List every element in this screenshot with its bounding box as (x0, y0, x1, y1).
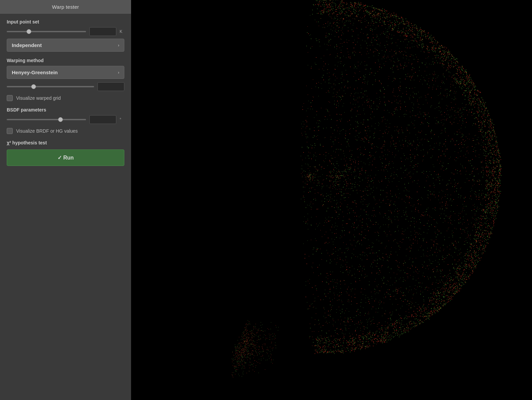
scatter-canvas (131, 0, 532, 400)
left-panel: Warp tester Input point set 4.10 K Indep… (0, 0, 131, 400)
input-point-set-label: Input point set (7, 19, 124, 25)
panel-title: Warp tester (0, 0, 131, 14)
bsdf-slider-row: 67.1 ° (7, 115, 124, 124)
input-point-set-section: Input point set 4.10 K Independent › (7, 19, 124, 52)
visualize-warped-grid-row: Visualize warped grid (7, 95, 124, 101)
warping-method-thumb[interactable] (31, 84, 36, 89)
input-point-set-dropdown-label: Independent (12, 42, 42, 48)
bsdf-parameters-section: BSDF parameters 67.1 ° Visualize BRDF or… (7, 107, 124, 134)
warping-method-value[interactable]: 0.3 (97, 82, 124, 91)
input-point-set-slider-row: 4.10 K (7, 27, 124, 36)
warping-method-dropdown[interactable]: Henyey-Greenstein › (7, 66, 124, 79)
bsdf-thumb[interactable] (58, 117, 63, 122)
input-point-set-track[interactable] (7, 31, 86, 32)
run-button[interactable]: ✓ Run (7, 149, 124, 166)
visualize-brdf-label: Visualize BRDF or HG values (16, 128, 78, 134)
visualize-brdf-row: Visualize BRDF or HG values (7, 128, 124, 134)
input-point-set-value[interactable]: 4.10 (89, 27, 116, 36)
input-point-set-unit: K (120, 29, 124, 34)
warping-method-track[interactable] (7, 86, 94, 87)
scatter-plot-area (131, 0, 532, 400)
chi2-section: χ² hypothesis test ✓ Run (7, 140, 124, 166)
warping-method-chevron: › (118, 70, 119, 75)
visualize-warped-grid-checkbox[interactable] (7, 95, 13, 101)
input-point-set-dropdown[interactable]: Independent › (7, 39, 124, 52)
bsdf-track[interactable] (7, 119, 86, 120)
visualize-brdf-checkbox[interactable] (7, 128, 13, 134)
warping-method-dropdown-label: Henyey-Greenstein (12, 70, 58, 75)
bsdf-parameters-label: BSDF parameters (7, 107, 124, 113)
warping-method-label: Warping method (7, 58, 124, 63)
visualize-warped-grid-label: Visualize warped grid (16, 95, 61, 101)
warping-method-slider-row: 0.3 (7, 82, 124, 91)
input-point-set-thumb[interactable] (27, 29, 31, 34)
bsdf-unit: ° (120, 117, 124, 122)
bsdf-value[interactable]: 67.1 (89, 115, 116, 124)
input-point-set-chevron: › (118, 43, 119, 48)
warping-method-section: Warping method Henyey-Greenstein › 0.3 V… (7, 58, 124, 101)
chi2-label: χ² hypothesis test (7, 140, 124, 145)
